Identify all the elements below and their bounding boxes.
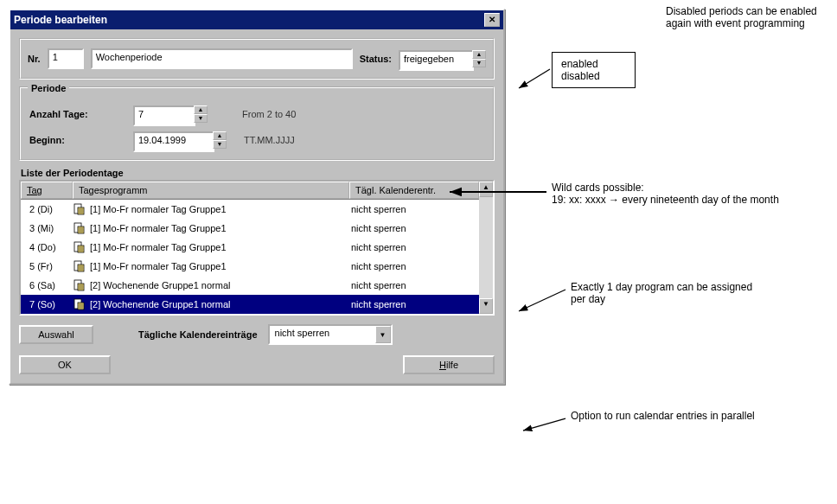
arrow-enabled [519, 69, 550, 88]
arrow-dayprogram [519, 290, 565, 311]
arrows-svg [0, 0, 837, 504]
arrow-parallel [523, 418, 565, 431]
